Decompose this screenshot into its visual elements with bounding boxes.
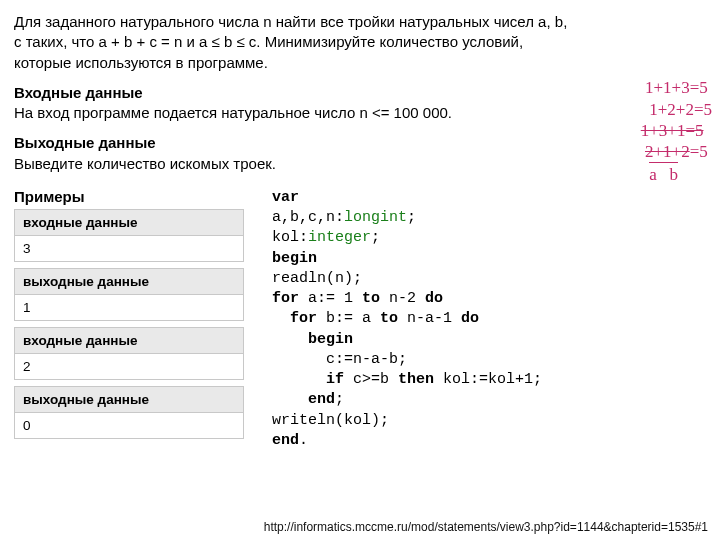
hdr-out: выходные данные bbox=[15, 386, 244, 412]
output-title: Выходные данные bbox=[14, 133, 574, 153]
example-table-2: входные данные 2 bbox=[14, 327, 244, 380]
hdr-out: выходные данные bbox=[15, 268, 244, 294]
input-title: Входные данные bbox=[14, 83, 574, 103]
example-table-2-out: выходные данные 0 bbox=[14, 386, 244, 439]
output-text: Выведите количество искомых троек. bbox=[14, 155, 276, 172]
table-cell: 2 bbox=[15, 353, 244, 379]
examples-block: Примеры входные данные 3 выходные данные… bbox=[14, 188, 244, 445]
handwritten-annotation: 1+1+3=5 1+2+2=5 1+3+1=5 2+1+2=5 a b bbox=[636, 56, 712, 186]
code-listing: var a,b,c,n:longint; kol:integer; begin … bbox=[272, 188, 542, 451]
input-text: На вход программе подается натуральное ч… bbox=[14, 104, 452, 121]
problem-statement: Для заданного натурального числа n найти… bbox=[14, 13, 567, 71]
source-url: http://informatics.mccme.ru/mod/statemen… bbox=[264, 520, 708, 534]
hdr-in: входные данные bbox=[15, 327, 244, 353]
example-table-1-out: выходные данные 1 bbox=[14, 268, 244, 321]
examples-title: Примеры bbox=[14, 188, 244, 205]
table-cell: 3 bbox=[15, 235, 244, 261]
hdr-in: входные данные bbox=[15, 209, 244, 235]
example-table-1: входные данные 3 bbox=[14, 209, 244, 262]
table-cell: 1 bbox=[15, 294, 244, 320]
table-cell: 0 bbox=[15, 412, 244, 438]
